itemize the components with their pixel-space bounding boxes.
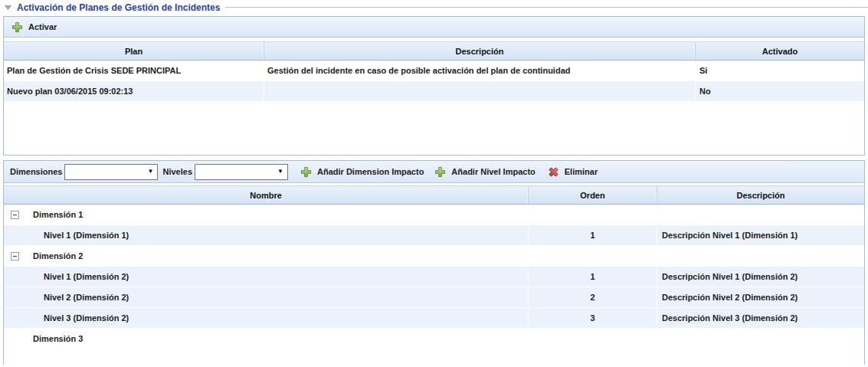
dimension-label: Dimensión 3 xyxy=(33,334,83,343)
add-icon xyxy=(434,166,446,178)
table-row[interactable]: Plan de Gestión de Crisis SEDE PRINCIPAL… xyxy=(4,61,864,81)
impact-panel: Dimensiones ▼ Niveles ▼ Añadir Dimension… xyxy=(3,160,865,365)
collapse-panel-icon[interactable] xyxy=(3,2,13,12)
add-icon xyxy=(11,21,23,33)
plans-grid: Plan Descripción Activado Plan de Gestió… xyxy=(4,38,864,155)
column-header-orden[interactable]: Orden xyxy=(529,186,657,204)
cell-descripcion: Descripción Nivel 2 (Dimensión 2) xyxy=(657,287,864,307)
cell-descripcion: Descripción Nivel 1 (Dimensión 2) xyxy=(657,267,864,287)
cell-orden: 3 xyxy=(529,308,657,328)
add-icon xyxy=(300,166,312,178)
cell-nombre: Dimensión 2 xyxy=(4,246,529,266)
niveles-select[interactable]: ▼ xyxy=(195,164,288,180)
fieldset-legend: Activación de Planes de Gestión de Incid… xyxy=(0,0,868,15)
chevron-down-icon: ▼ xyxy=(277,169,283,175)
tree-row-level[interactable]: Nivel 3 (Dimensión 2) 3 Descripción Nive… xyxy=(4,308,864,329)
cell-descripcion xyxy=(657,246,864,266)
delete-button[interactable]: Eliminar xyxy=(545,165,601,179)
plans-panel: Activar Plan Descripción Activado Plan d… xyxy=(3,16,865,156)
cell-descripcion xyxy=(657,205,864,224)
delete-icon xyxy=(548,166,559,178)
table-row[interactable]: Nuevo plan 03/06/2015 09:02:13 No xyxy=(4,81,864,102)
grid-empty-area xyxy=(4,349,864,365)
cell-descripcion: Descripción Nivel 1 (Dimensión 1) xyxy=(657,225,864,245)
column-header-plan[interactable]: Plan xyxy=(4,42,264,60)
cell-nombre: Dimensión 1 xyxy=(4,205,529,224)
impact-grid: Nombre Orden Descripción Dimensión 1 Niv… xyxy=(4,183,864,365)
activar-button[interactable]: Activar xyxy=(8,20,60,34)
cell-activado: No xyxy=(696,81,864,101)
cell-plan: Nuevo plan 03/06/2015 09:02:13 xyxy=(4,81,264,101)
triangle-down-icon xyxy=(4,3,12,11)
cell-orden xyxy=(529,329,657,349)
legend-divider xyxy=(225,7,868,8)
cell-descripcion xyxy=(264,81,696,101)
column-header-nombre[interactable]: Nombre xyxy=(4,186,529,204)
tree-row-dimension[interactable]: Dimensión 3 xyxy=(4,329,864,349)
tree-row-level[interactable]: Nivel 2 (Dimensión 2) 2 Descripción Nive… xyxy=(4,287,864,308)
add-level-button[interactable]: Añadir Nivel Impacto xyxy=(431,165,538,179)
cell-nombre: Dimensión 3 xyxy=(4,329,529,349)
impact-grid-header: Nombre Orden Descripción xyxy=(4,185,864,205)
add-level-label: Añadir Nivel Impacto xyxy=(451,167,535,176)
column-header-descripcion[interactable]: Descripción xyxy=(657,186,864,204)
plans-grid-header: Plan Descripción Activado xyxy=(4,41,864,61)
delete-label: Eliminar xyxy=(565,167,598,176)
chevron-down-icon: ▼ xyxy=(148,169,154,175)
page-title: Activación de Planes de Gestión de Incid… xyxy=(17,2,220,13)
cell-orden xyxy=(529,246,657,266)
dimensiones-select[interactable]: ▼ xyxy=(64,164,158,180)
tree-collapse-icon[interactable] xyxy=(11,211,19,219)
cell-nombre: Nivel 1 (Dimensión 1) xyxy=(4,225,529,245)
cell-nombre: Nivel 3 (Dimensión 2) xyxy=(4,308,529,328)
cell-activado: Si xyxy=(696,61,864,80)
cell-orden: 1 xyxy=(529,225,657,245)
dimension-label: Dimensión 2 xyxy=(33,251,83,261)
dimension-label: Dimensión 1 xyxy=(33,210,83,219)
column-header-descripcion[interactable]: Descripción xyxy=(264,42,696,60)
cell-descripcion xyxy=(657,329,864,349)
tree-collapse-icon[interactable] xyxy=(11,252,19,261)
cell-orden: 2 xyxy=(529,287,657,307)
tree-row-level[interactable]: Nivel 1 (Dimensión 1) 1 Descripción Nive… xyxy=(4,225,864,246)
tree-row-dimension[interactable]: Dimensión 1 xyxy=(4,205,864,225)
cell-orden xyxy=(529,205,657,224)
level-label: Nivel 1 (Dimensión 2) xyxy=(44,272,129,281)
add-dimension-label: Añadir Dimension Impacto xyxy=(317,167,424,176)
impact-toolbar: Dimensiones ▼ Niveles ▼ Añadir Dimension… xyxy=(4,161,864,183)
tree-row-dimension[interactable]: Dimensión 2 xyxy=(4,246,864,267)
column-header-activado[interactable]: Activado xyxy=(696,42,864,60)
plans-toolbar: Activar xyxy=(4,17,864,38)
level-label: Nivel 1 (Dimensión 1) xyxy=(44,231,129,240)
cell-descripcion: Gestión del incidente en caso de posible… xyxy=(264,61,696,80)
activar-button-label: Activar xyxy=(28,22,57,31)
cell-nombre: Nivel 2 (Dimensión 2) xyxy=(4,287,529,307)
cell-plan: Plan de Gestión de Crisis SEDE PRINCIPAL xyxy=(4,61,264,80)
grid-empty-area xyxy=(4,102,864,155)
cell-nombre: Nivel 1 (Dimensión 2) xyxy=(4,267,529,287)
level-label: Nivel 2 (Dimensión 2) xyxy=(44,293,129,302)
cell-descripcion: Descripción Nivel 3 (Dimensión 2) xyxy=(657,308,864,328)
add-dimension-button[interactable]: Añadir Dimension Impacto xyxy=(297,165,427,179)
dimensiones-label: Dimensiones xyxy=(10,167,62,176)
tree-row-level[interactable]: Nivel 1 (Dimensión 2) 1 Descripción Nive… xyxy=(4,267,864,287)
niveles-label: Niveles xyxy=(162,167,192,176)
level-label: Nivel 3 (Dimensión 2) xyxy=(44,313,129,323)
incident-plans-page: Activación de Planes de Gestión de Incid… xyxy=(0,0,868,367)
cell-orden: 1 xyxy=(529,267,657,287)
